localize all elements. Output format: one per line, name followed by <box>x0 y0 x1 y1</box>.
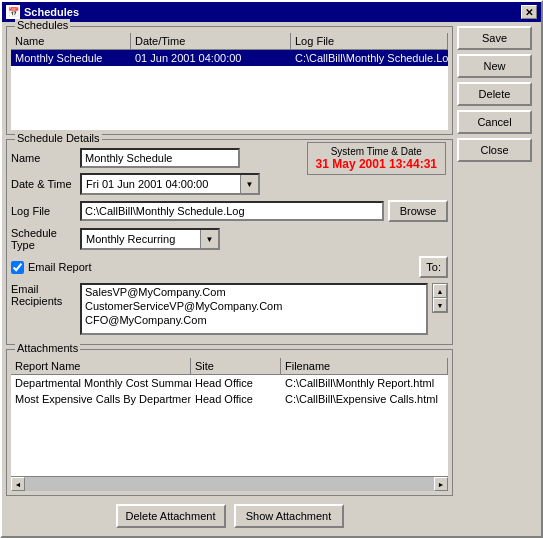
attach-filename: C:\CallBill\Expensive Calls.html <box>281 391 448 407</box>
attachments-label: Attachments <box>15 342 80 354</box>
col-name: Name <box>11 33 131 49</box>
datetime-row: Date & Time Fri 01 Jun 2001 04:00:00 ▼ <box>11 173 448 195</box>
h-scroll-right-btn[interactable]: ► <box>434 477 448 491</box>
attach-site: Head Office <box>191 375 281 391</box>
attach-row[interactable]: Most Expensive Calls By Department Head … <box>11 391 448 407</box>
title-bar: 📅 Schedules ✕ <box>2 2 541 22</box>
attach-report-name: Departmental Monthly Cost Summary <box>11 375 191 391</box>
delete-button[interactable]: Delete <box>457 82 532 106</box>
attach-report-name: Most Expensive Calls By Department <box>11 391 191 407</box>
scroll-down-btn[interactable]: ▼ <box>433 298 447 312</box>
close-btn[interactable]: Close <box>457 138 532 162</box>
email-item: CFO@MyCompany.Com <box>82 313 426 327</box>
schedules-group-label: Schedules <box>15 19 70 31</box>
table-row[interactable]: Monthly Schedule 01 Jun 2001 04:00:00 C:… <box>11 50 448 66</box>
schedule-type-row: Schedule Type Monthly Recurring ▼ <box>11 227 448 251</box>
email-recipients-row: Email Recipients SalesVP@MyCompany.Com C… <box>11 283 448 335</box>
col-logfile: Log File <box>291 33 448 49</box>
show-attachment-button[interactable]: Show Attachment <box>234 504 344 528</box>
attachments-table-body[interactable]: Departmental Monthly Cost Summary Head O… <box>11 375 448 476</box>
name-input[interactable] <box>80 148 240 168</box>
schedule-type-dropdown[interactable]: Monthly Recurring ▼ <box>80 228 220 250</box>
email-report-checkbox[interactable] <box>11 261 24 274</box>
recipients-label: Email Recipients <box>11 283 76 307</box>
title-bar-text: 📅 Schedules <box>6 5 79 19</box>
browse-button[interactable]: Browse <box>388 200 448 222</box>
new-button[interactable]: New <box>457 54 532 78</box>
schedules-group: Schedules Name Date/Time Log File Monthl… <box>6 26 453 135</box>
row-logfile: C:\CallBill\Monthly Schedule.Log <box>291 50 448 66</box>
email-item: CustomerServiceVP@MyCompany.Com <box>82 299 426 313</box>
email-report-label: Email Report <box>28 261 92 273</box>
schedule-type-arrow[interactable]: ▼ <box>200 230 218 248</box>
email-scrollbar: ▲ ▼ <box>432 283 448 313</box>
schedule-details-group: Schedule Details System Time & Date 31 M… <box>6 139 453 345</box>
schedule-type-value: Monthly Recurring <box>82 232 200 246</box>
attach-filename: C:\CallBill\Monthly Report.html <box>281 375 448 391</box>
h-scroll-track <box>25 477 434 491</box>
attach-row[interactable]: Departmental Monthly Cost Summary Head O… <box>11 375 448 391</box>
attach-col-report: Report Name <box>11 358 191 374</box>
row-datetime: 01 Jun 2001 04:00:00 <box>131 50 291 66</box>
save-button[interactable]: Save <box>457 26 532 50</box>
logfile-input[interactable] <box>80 201 384 221</box>
logfile-label: Log File <box>11 205 76 217</box>
bottom-buttons: Delete Attachment Show Attachment <box>6 500 453 532</box>
logfile-row: Log File Browse <box>11 200 448 222</box>
email-report-row: Email Report To: <box>11 256 448 278</box>
details-group-label: Schedule Details <box>15 132 102 144</box>
schedules-table-body[interactable]: Monthly Schedule 01 Jun 2001 04:00:00 C:… <box>11 50 448 130</box>
system-time-box: System Time & Date 31 May 2001 13:44:31 <box>307 142 446 175</box>
schedule-type-label: Schedule Type <box>11 227 76 251</box>
delete-attachment-button[interactable]: Delete Attachment <box>116 504 226 528</box>
close-button[interactable]: ✕ <box>521 5 537 19</box>
right-panel: Save New Delete Cancel Close <box>457 26 537 532</box>
datetime-label: Date & Time <box>11 178 76 190</box>
email-listbox[interactable]: SalesVP@MyCompany.Com CustomerServiceVP@… <box>80 283 428 335</box>
system-time-value: 31 May 2001 13:44:31 <box>316 157 437 171</box>
datetime-dropdown[interactable]: Fri 01 Jun 2001 04:00:00 ▼ <box>80 173 260 195</box>
schedules-table-header: Name Date/Time Log File <box>11 33 448 50</box>
attachments-header: Report Name Site Filename <box>11 358 448 375</box>
datetime-dropdown-arrow[interactable]: ▼ <box>240 175 258 193</box>
attach-site: Head Office <box>191 391 281 407</box>
attachments-group: Attachments Report Name Site Filename De… <box>6 349 453 496</box>
col-datetime: Date/Time <box>131 33 291 49</box>
system-time-label: System Time & Date <box>316 146 437 157</box>
h-scrollbar-container: ◄ ► <box>11 476 448 491</box>
cancel-button[interactable]: Cancel <box>457 110 532 134</box>
h-scroll-left-btn[interactable]: ◄ <box>11 477 25 491</box>
attach-col-filename: Filename <box>281 358 448 374</box>
name-label: Name <box>11 152 76 164</box>
to-button[interactable]: To: <box>419 256 448 278</box>
window-icon: 📅 <box>6 5 20 19</box>
row-name: Monthly Schedule <box>11 50 131 66</box>
email-item: SalesVP@MyCompany.Com <box>82 285 426 299</box>
attach-col-site: Site <box>191 358 281 374</box>
datetime-value: Fri 01 Jun 2001 04:00:00 <box>82 177 240 191</box>
scroll-up-btn[interactable]: ▲ <box>433 284 447 298</box>
main-window: 📅 Schedules ✕ Schedules Name Date/Time L… <box>0 0 543 538</box>
left-panel: Schedules Name Date/Time Log File Monthl… <box>6 26 453 532</box>
